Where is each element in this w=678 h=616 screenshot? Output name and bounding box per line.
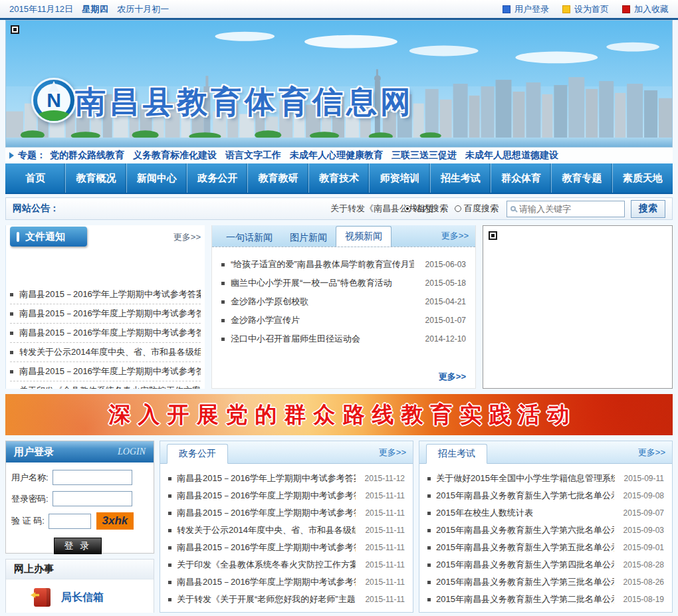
list-item[interactable]: 转发关于公示2014年度中央、省、市和县各级组织部2015-11-11 (168, 522, 405, 539)
doc-date: 2015-11-11 (365, 526, 405, 535)
nav-item[interactable]: 教育教研 (248, 163, 308, 193)
nav-item[interactable]: 群众体育 (491, 163, 552, 193)
online-services-title: 网上办事 (6, 560, 154, 579)
list-item[interactable]: 2015年南昌县义务教育新生入学第六批名单公示2015-09-03 (427, 522, 664, 539)
news-more-link[interactable]: 更多>> (441, 230, 469, 242)
doc-date: 2015-09-08 (623, 491, 664, 500)
file-notices-list: 南昌县2015－2016学年上学期期中考试参考答案南昌县2015－2016学年度… (10, 285, 201, 389)
list-item[interactable]: 2015年南昌县义务教育新生入学第四批名单公示2015-08-28 (427, 556, 664, 573)
list-item[interactable]: 南昌县2015－2016学年度上学期期中考试参考答 (10, 304, 201, 324)
username-field[interactable] (53, 470, 132, 485)
password-label: 登录密码: (11, 493, 49, 505)
bullet-icon (168, 529, 171, 532)
date-info: 2015年11月12日 星期四 农历十月初一 (9, 3, 175, 15)
gov-affairs-header: 政务公开 更多>> (160, 441, 413, 464)
topic-link[interactable]: 三联三送三促进 (392, 150, 457, 160)
list-item[interactable]: 南昌县2015－2016学年上学期期中考试参考答案 (10, 285, 201, 304)
login-button[interactable]: 登 录 (54, 538, 102, 554)
list-item[interactable]: “给孩子适宜的爱”南昌县教体局学前教育宣传月宣2015-06-03 (221, 255, 466, 274)
user-login-link[interactable]: 用户登录 (503, 3, 549, 15)
login-title: 用户登录 (14, 446, 54, 459)
nav-item[interactable]: 政务公开 (187, 163, 248, 193)
list-item[interactable]: 金沙路小学原创校歌2015-04-21 (221, 292, 466, 311)
list-item[interactable]: 南昌县2015－2016学年度上学期期中考试参考答案（2015-11-11 (168, 504, 405, 522)
list-item[interactable]: 转发关于公示2014年度中央、省、市和县各级组 (10, 343, 201, 362)
list-item[interactable]: 南昌县2015－2016学年上学期期中考试参考答案（122015-11-12 (168, 470, 405, 487)
doc-title: 关于做好2015年全国中小学生学籍信息管理系统新生 (436, 472, 615, 484)
list-item[interactable]: 2015年南昌县义务教育新生入学第五批名单公示2015-09-01 (427, 539, 664, 556)
tab-photo-news[interactable]: 图片新闻 (281, 229, 336, 247)
list-item[interactable]: 南昌县2015－2016学年度上学期期中考试参考答 (10, 362, 201, 381)
bullet-icon (168, 477, 171, 480)
add-favorite-label: 加入收藏 (634, 3, 669, 15)
list-item[interactable]: 关于转发《关于开展“老师您好我的好老师”主题教2015-11-11 (168, 591, 405, 608)
list-item[interactable]: 南昌县2015－2016学年度上学期期中考试参考答 (10, 324, 201, 343)
topic-link[interactable]: 未成年人思想道德建设 (465, 150, 558, 160)
nav-item[interactable]: 教育概况 (66, 163, 126, 193)
list-item[interactable]: 2015年南昌县义务教育新生入学第七批名单公示2015-09-08 (427, 487, 664, 504)
announcement-ticker[interactable]: 关于转发《南昌县公共租赁 (330, 203, 434, 215)
bullet-icon (427, 581, 431, 584)
nav-item[interactable]: 素质天地 (613, 163, 673, 193)
topic-link[interactable]: 义务教育标准化建设 (133, 150, 217, 160)
enrollment-exams-more-link[interactable]: 更多>> (638, 447, 665, 459)
file-notices-header: 文件通知 更多>> (10, 227, 201, 247)
baidu-search-radio-label: 百度搜索 (464, 203, 499, 215)
list-item[interactable]: 2015年南昌县义务教育新生入学第三批名单公示2015-08-26 (427, 573, 664, 591)
list-item[interactable]: 2015年在校生人数统计表2015-09-07 (427, 504, 664, 522)
gov-affairs-tab[interactable]: 政务公开 (167, 444, 228, 464)
list-item[interactable]: 关于印发《全县教体系统冬春火灾防控工作方案 (10, 381, 201, 389)
captcha-image[interactable]: 3xhk (96, 512, 134, 530)
doc-title: 2015年南昌县义务教育新生入学第二批名单公示 (436, 593, 614, 605)
search-button[interactable]: 搜索 (631, 200, 665, 218)
login-form: 用户名称: 登录密码: 验 证 码: 3xhk 登 录 (6, 462, 154, 554)
captcha-field[interactable] (49, 514, 91, 529)
list-item[interactable]: 南昌县2015－2016学年度上学期期中考试参考答案（2015-11-11 (168, 539, 405, 556)
add-favorite-link[interactable]: 加入收藏 (622, 3, 669, 15)
search-input[interactable] (519, 204, 636, 214)
bullet-icon (168, 581, 171, 584)
notice-title: 南昌县2015－2016学年度上学期期中考试参考答 (19, 365, 201, 377)
bullet-icon (427, 512, 431, 515)
date-text: 2015年11月12日 (9, 4, 73, 14)
file-notices-tab[interactable]: 文件通知 (10, 227, 87, 247)
list-item[interactable]: 关于印发《全县教体系统冬春火灾防控工作方案》的2015-11-11 (168, 556, 405, 573)
enrollment-exams-tab[interactable]: 招生考试 (426, 444, 487, 464)
main-content-row: 文件通知 更多>> 南昌县2015－2016学年上学期期中考试参考答案南昌县20… (5, 225, 673, 389)
nav-item[interactable]: 教育专题 (552, 163, 612, 193)
tab-one-line-news[interactable]: 一句话新闻 (217, 229, 281, 247)
list-item[interactable]: 南昌县2015－2016学年度上学期期中考试参考答案（2015-11-11 (168, 487, 405, 504)
password-field[interactable] (53, 491, 132, 506)
doc-title: 南昌县2015－2016学年度上学期期中考试参考答案（ (177, 507, 356, 519)
topic-link[interactable]: 党的群众路线教育 (50, 150, 124, 160)
topic-link[interactable]: 语言文字工作 (225, 150, 281, 160)
list-item[interactable]: 关于做好2015年全国中小学生学籍信息管理系统新生2015-09-11 (427, 470, 664, 487)
nav-item[interactable]: 师资培训 (370, 163, 430, 193)
tab-video-news[interactable]: 视频新闻 (336, 226, 392, 247)
video-player-panel[interactable] (483, 225, 673, 389)
nav-item[interactable]: 教育技术 (309, 163, 370, 193)
nav-item[interactable]: 新闻中心 (127, 163, 187, 193)
list-item[interactable]: 幽兰中心小学开展“一校一品”特色教育活动2015-05-18 (221, 274, 466, 292)
baidu-search-radio[interactable]: 百度搜索 (455, 203, 499, 215)
news-date: 2015-06-03 (425, 260, 466, 269)
topic-link[interactable]: 未成年人心理健康教育 (290, 150, 383, 160)
director-mailbox-link[interactable]: 局长信箱 (15, 579, 144, 613)
notice-title: 南昌县2015－2016学年度上学期期中考试参考答 (19, 327, 201, 339)
list-item[interactable]: 金沙路小学宣传片2015-01-07 (221, 311, 466, 330)
file-notices-more-link[interactable]: 更多>> (173, 231, 201, 243)
bullet-icon (221, 319, 225, 322)
campaign-banner[interactable]: 深入开展党的群众路线教育实践活动 (5, 394, 673, 435)
gov-affairs-more-link[interactable]: 更多>> (379, 447, 406, 459)
doc-date: 2015-08-19 (623, 595, 664, 604)
online-services-list: 局长信箱 (6, 579, 154, 613)
set-homepage-link[interactable]: 设为首页 (562, 3, 609, 15)
news-more-bottom-link[interactable]: 更多>> (212, 369, 475, 388)
list-item[interactable]: 南昌县2015－2016学年度上学期期中考试参考答案（2015-11-11 (168, 573, 405, 591)
site-logo[interactable]: N (31, 78, 76, 123)
nav-item[interactable]: 招生考试 (431, 163, 491, 193)
nav-item[interactable]: 首页 (5, 163, 66, 193)
bullet-icon (427, 477, 431, 480)
list-item[interactable]: 2015年南昌县义务教育新生入学第二批名单公示2015-08-19 (427, 591, 664, 608)
list-item[interactable]: 泾口中小召开首届师生田径运动会2014-12-10 (221, 330, 466, 348)
